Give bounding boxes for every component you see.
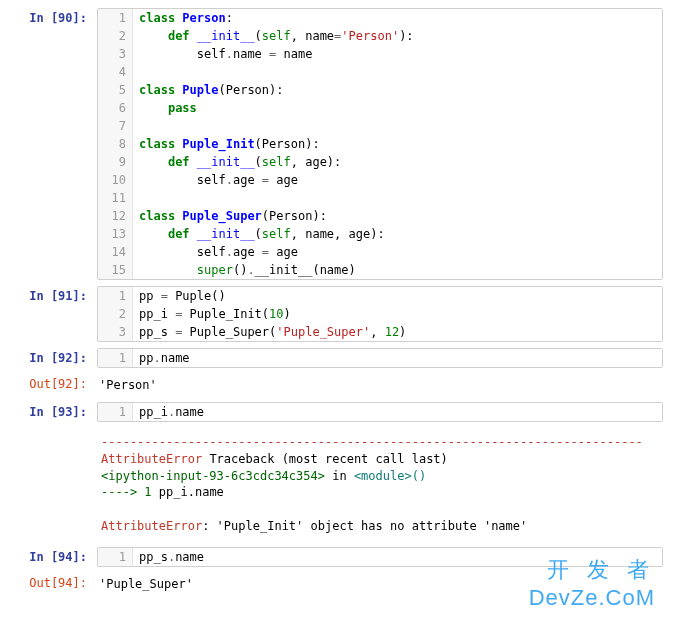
line-number: 4	[98, 63, 133, 81]
code-input[interactable]: 1pp = Puple()2pp_i = Puple_Init(10)3pp_s…	[97, 286, 663, 342]
code-line: pass	[133, 99, 662, 117]
traceback: ----------------------------------------…	[97, 428, 663, 541]
code-line: pp = Puple()	[133, 287, 662, 305]
notebook-cell: Out[92]:'Person'	[12, 374, 663, 396]
code-line: super().__init__(name)	[133, 261, 662, 279]
line-number: 1	[98, 403, 133, 421]
traceback-message: AttributeError: 'Puple_Init' object has …	[101, 518, 659, 535]
notebook-cell: In [91]:1pp = Puple()2pp_i = Puple_Init(…	[12, 286, 663, 342]
code-line: pp.name	[133, 349, 662, 367]
line-number: 1	[98, 287, 133, 305]
code-line: class Person:	[133, 9, 662, 27]
line-number: 9	[98, 153, 133, 171]
code-line	[133, 117, 662, 135]
code-line: class Puple(Person):	[133, 81, 662, 99]
prompt: Out[92]:	[12, 374, 97, 396]
code-line: self.age = age	[133, 243, 662, 261]
prompt-in: In [91]:	[29, 289, 87, 303]
code-line: self.age = age	[133, 171, 662, 189]
line-number: 6	[98, 99, 133, 117]
line-number: 2	[98, 27, 133, 45]
notebook-cell: ----------------------------------------…	[12, 428, 663, 541]
line-number: 12	[98, 207, 133, 225]
code-input[interactable]: 1pp_i.name	[97, 402, 663, 422]
code-line: class Puple_Init(Person):	[133, 135, 662, 153]
line-number: 8	[98, 135, 133, 153]
code-input[interactable]: 1pp.name	[97, 348, 663, 368]
code-line: pp_i = Puple_Init(10)	[133, 305, 662, 323]
line-number: 5	[98, 81, 133, 99]
notebook-cell: In [92]:1pp.name	[12, 348, 663, 368]
traceback-location: <ipython-input-93-6c3cdc34c354> in <modu…	[101, 468, 659, 485]
line-number: 3	[98, 323, 133, 341]
notebook-cell: In [94]:1pp_s.name	[12, 547, 663, 567]
code-line: self.name = name	[133, 45, 662, 63]
prompt	[12, 428, 97, 541]
notebook-cell: In [90]:1class Person:2 def __init__(sel…	[12, 8, 663, 280]
prompt-out: Out[92]:	[29, 377, 87, 391]
prompt: In [94]:	[12, 547, 97, 567]
traceback-separator: ----------------------------------------…	[101, 434, 659, 451]
code-line: def __init__(self, name, age):	[133, 225, 662, 243]
prompt: In [92]:	[12, 348, 97, 368]
code-line: class Puple_Super(Person):	[133, 207, 662, 225]
code-line	[133, 63, 662, 81]
prompt-in: In [94]:	[29, 550, 87, 564]
line-number: 15	[98, 261, 133, 279]
traceback-arrow-line: ----> 1 pp_i.name	[101, 484, 659, 501]
line-number: 1	[98, 9, 133, 27]
line-number: 1	[98, 349, 133, 367]
output-text: 'Person'	[97, 374, 663, 396]
output-text: 'Puple_Super'	[97, 573, 663, 595]
line-number: 3	[98, 45, 133, 63]
line-number: 13	[98, 225, 133, 243]
line-number: 11	[98, 189, 133, 207]
notebook-cell: In [93]:1pp_i.name	[12, 402, 663, 422]
code-line: def __init__(self, name='Person'):	[133, 27, 662, 45]
code-line: def __init__(self, age):	[133, 153, 662, 171]
code-line: pp_i.name	[133, 403, 662, 421]
line-number: 2	[98, 305, 133, 323]
line-number: 14	[98, 243, 133, 261]
prompt-out: Out[94]:	[29, 576, 87, 590]
line-number: 7	[98, 117, 133, 135]
notebook-cell: Out[94]:'Puple_Super'	[12, 573, 663, 595]
code-line: pp_s.name	[133, 548, 662, 566]
prompt-in: In [93]:	[29, 405, 87, 419]
traceback-header: AttributeError Traceback (most recent ca…	[101, 451, 659, 468]
code-input[interactable]: 1pp_s.name	[97, 547, 663, 567]
code-line	[133, 189, 662, 207]
prompt: In [93]:	[12, 402, 97, 422]
prompt-in: In [92]:	[29, 351, 87, 365]
prompt-in: In [90]:	[29, 11, 87, 25]
prompt: Out[94]:	[12, 573, 97, 595]
prompt: In [91]:	[12, 286, 97, 342]
line-number: 1	[98, 548, 133, 566]
line-number: 10	[98, 171, 133, 189]
code-input[interactable]: 1class Person:2 def __init__(self, name=…	[97, 8, 663, 280]
prompt: In [90]:	[12, 8, 97, 280]
code-line: pp_s = Puple_Super('Puple_Super', 12)	[133, 323, 662, 341]
